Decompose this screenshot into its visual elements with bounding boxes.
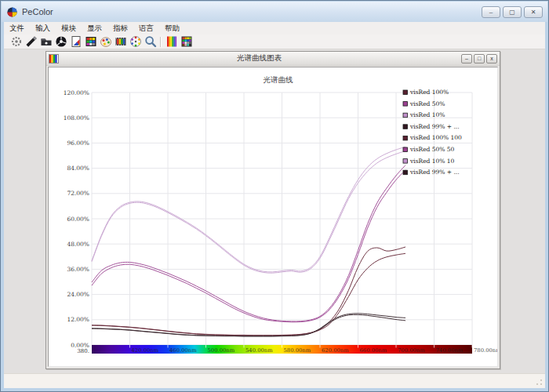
- menu-item-6[interactable]: 帮助: [159, 22, 185, 34]
- legend-marker-0: [403, 90, 408, 95]
- app-window: PeColor –▢✕ 文件输入模块显示指标语言帮助 光谱曲线图表 –□x 光谱…: [0, 0, 549, 392]
- child-maximize-button[interactable]: □: [474, 54, 485, 64]
- toolbar-palette-button[interactable]: [98, 35, 113, 49]
- svg-text:380.: 380.: [77, 348, 89, 354]
- legend-label-6: visRed 10% 10: [409, 158, 455, 165]
- mdi-workspace: 光谱曲线图表 –□x 光谱曲线0.00%12.00%24.00%36.00%48…: [4, 49, 545, 374]
- svg-text:36.00%: 36.00%: [67, 266, 89, 273]
- legend-label-0: visRed 100%: [409, 89, 449, 96]
- maximize-button[interactable]: ▢: [503, 6, 522, 18]
- legend-marker-5: [403, 147, 408, 152]
- series-6: [92, 151, 405, 274]
- toolbar-ruler-button[interactable]: [24, 35, 38, 49]
- child-window-controls: –□x: [460, 54, 497, 64]
- rainbow-bar-icon: [165, 35, 178, 48]
- svg-text:420.00nm: 420.00nm: [132, 347, 159, 354]
- svg-text:120.00%: 120.00%: [64, 89, 89, 96]
- legend-marker-6: [403, 159, 408, 164]
- child-close-button[interactable]: x: [486, 54, 497, 64]
- toolbar-magnifier-button[interactable]: [143, 35, 158, 49]
- legend-label-4: visRed 100% 100: [409, 134, 462, 141]
- svg-text:540.00nm: 540.00nm: [245, 347, 273, 354]
- toolbar-document-palette-button[interactable]: [68, 35, 83, 49]
- series-1: [92, 165, 405, 321]
- svg-text:460.00nm: 460.00nm: [169, 347, 197, 354]
- legend-label-7: visRed 99% + ...: [409, 169, 460, 176]
- status-bar: [4, 373, 545, 388]
- film-colors-icon: [115, 35, 127, 48]
- toolbar-gear-button[interactable]: [9, 35, 24, 49]
- legend-label-5: visRed 50% 50: [409, 146, 455, 153]
- child-window-title: 光谱曲线图表: [59, 53, 460, 64]
- chart-area: 光谱曲线0.00%12.00%24.00%36.00%48.00%60.00%7…: [48, 67, 498, 367]
- legend-marker-2: [403, 113, 408, 118]
- color-checker-icon: [180, 35, 193, 48]
- color-table-icon: [85, 35, 97, 48]
- svg-text:108.00%: 108.00%: [64, 114, 89, 122]
- menu-item-2[interactable]: 模块: [56, 22, 82, 34]
- color-wheel-icon: [129, 35, 142, 48]
- svg-text:700.00nm: 700.00nm: [398, 347, 425, 354]
- series-3: [92, 314, 405, 336]
- legend-label-2: visRed 10%: [409, 111, 445, 118]
- svg-text:60.00%: 60.00%: [67, 216, 89, 223]
- gear-icon: [10, 35, 23, 48]
- svg-text:72.00%: 72.00%: [67, 190, 89, 197]
- spectrum-window-icon: [49, 54, 59, 64]
- chart-child-window: 光谱曲线图表 –□x 光谱曲线0.00%12.00%24.00%36.00%48…: [45, 51, 500, 369]
- toolbar-color-checker-button[interactable]: [179, 35, 194, 49]
- svg-text:780.00nm: 780.00nm: [474, 347, 497, 354]
- legend-marker-4: [403, 136, 408, 140]
- svg-text:96.00%: 96.00%: [67, 140, 89, 147]
- chart-title: 光谱曲线: [264, 75, 294, 84]
- menu-item-5[interactable]: 语言: [133, 22, 159, 34]
- palette-icon: [100, 35, 112, 48]
- resize-grip-icon[interactable]: [536, 379, 543, 386]
- child-titlebar[interactable]: 光谱曲线图表 –□x: [46, 52, 500, 66]
- toolbar: [4, 34, 545, 49]
- toolbar-rainbow-bar-button[interactable]: [164, 35, 179, 49]
- document-palette-icon: [70, 35, 82, 48]
- series-5: [92, 170, 405, 322]
- series-7: [92, 314, 405, 336]
- toolbar-film-colors-button[interactable]: [113, 35, 128, 49]
- titlebar[interactable]: PeColor –▢✕: [2, 2, 547, 22]
- menu-item-1[interactable]: 输入: [30, 22, 56, 34]
- minimize-button[interactable]: –: [482, 6, 500, 18]
- app-icon: [6, 6, 18, 18]
- svg-text:500.00nm: 500.00nm: [208, 347, 235, 354]
- menu-item-0[interactable]: 文件: [4, 22, 30, 34]
- menu-item-4[interactable]: 指标: [107, 22, 133, 34]
- toolbar-aperture-button[interactable]: [53, 35, 68, 49]
- magnifier-icon: [144, 35, 157, 48]
- menu-item-3[interactable]: 显示: [82, 22, 107, 34]
- svg-text:740.00nm: 740.00nm: [436, 347, 464, 354]
- svg-text:660.00nm: 660.00nm: [360, 347, 387, 354]
- legend-marker-3: [403, 125, 408, 129]
- folder-icon: [40, 35, 53, 48]
- svg-text:48.00%: 48.00%: [67, 241, 89, 248]
- legend-marker-7: [403, 170, 408, 175]
- svg-text:24.00%: 24.00%: [67, 291, 89, 298]
- svg-text:580.00nm: 580.00nm: [284, 347, 311, 354]
- toolbar-color-wheel-button[interactable]: [128, 35, 143, 49]
- toolbar-separator: [160, 37, 162, 47]
- series-0: [92, 247, 405, 336]
- legend-marker-1: [403, 102, 408, 107]
- svg-text:84.00%: 84.00%: [67, 165, 89, 172]
- child-minimize-button[interactable]: –: [461, 54, 472, 64]
- svg-text:620.00nm: 620.00nm: [322, 347, 349, 354]
- legend-label-3: visRed 99% + ...: [409, 123, 460, 130]
- toolbar-folder-button[interactable]: [38, 35, 53, 49]
- window-controls: –▢✕: [482, 6, 543, 18]
- ruler-icon: [25, 35, 38, 48]
- close-button[interactable]: ✕: [524, 6, 543, 18]
- legend-label-1: visRed 50%: [409, 100, 445, 107]
- window-title: PeColor: [22, 7, 53, 16]
- spectral-chart: 光谱曲线0.00%12.00%24.00%36.00%48.00%60.00%7…: [49, 67, 497, 368]
- menu-bar: 文件输入模块显示指标语言帮助: [4, 22, 545, 35]
- svg-text:12.00%: 12.00%: [67, 316, 89, 323]
- toolbar-color-table-button[interactable]: [83, 35, 98, 49]
- aperture-icon: [55, 35, 67, 48]
